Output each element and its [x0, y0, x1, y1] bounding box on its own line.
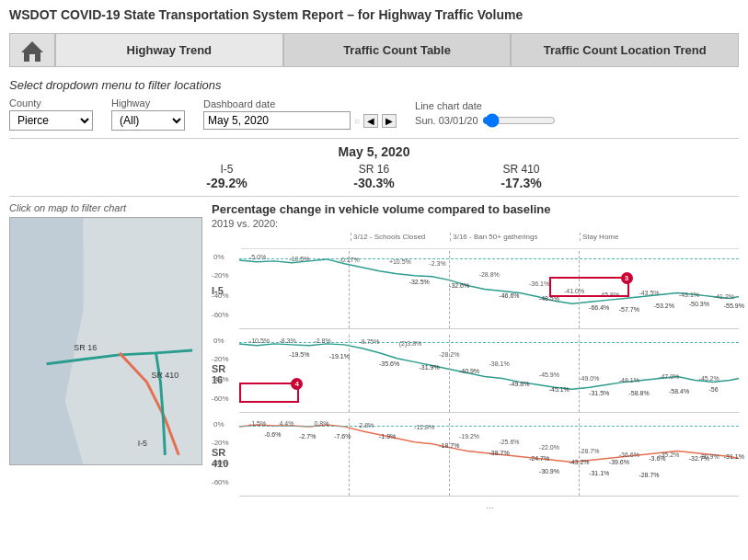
highway-label: Highway	[111, 97, 185, 109]
chart-subtitle: 2019 vs. 2020:	[212, 218, 739, 229]
line-chart-date-value: Sun. 03/01/20	[415, 115, 478, 126]
map-section: Click on map to filter chart	[0, 202, 212, 510]
filter-section: Select dropdown menu to filter locations…	[0, 74, 748, 136]
sr410-r5: -18.7%	[439, 442, 459, 449]
sr410-r4: -1.9%	[379, 433, 396, 440]
sr16-label-4: -8.75%	[359, 338, 379, 345]
sr16-label-5: (2)3.8%	[399, 340, 422, 347]
sr410-r2: -2.7%	[299, 433, 316, 440]
highlight-box-4: 4	[239, 383, 299, 403]
y-label-20-i5: -20%	[212, 271, 229, 280]
sr16-r7: -45.1%	[549, 386, 570, 393]
i5-label-2: -10.5%	[289, 256, 309, 262]
dashboard-date-input[interactable]	[203, 111, 351, 130]
chart-more-indicator: ...	[241, 500, 739, 510]
y-label-0-i5: 0%	[213, 253, 224, 261]
date-next-button[interactable]: ▶	[382, 114, 397, 128]
sr16-r4: -31.9%	[419, 364, 439, 371]
ann-line-3-sr16	[579, 335, 580, 412]
y-label-60-sr410: -60%	[212, 478, 229, 486]
line-chart-date-slider[interactable]	[482, 113, 556, 128]
ann-line-2-sr410	[449, 418, 450, 496]
i5-label-11: -43.1%	[679, 291, 699, 298]
summary-date: May 5, 2020	[9, 144, 739, 159]
sr410-label-4: 2.8%	[359, 422, 374, 429]
sr16-label-7: -38.1%	[489, 360, 510, 367]
map-container[interactable]: SR 16 SR 410 I-5	[9, 217, 202, 465]
svg-marker-0	[21, 41, 43, 62]
dashboard-date-filter: Dashboard date ○ ◀ ▶	[203, 98, 397, 130]
chart-title: Percentage change in vehicle volume comp…	[212, 202, 739, 216]
annotation-ban: 3/16 - Ban 50+ gatherings	[450, 233, 537, 241]
ann-line-2-sr16	[449, 335, 450, 412]
ann-line-1-sr16	[349, 335, 350, 412]
divider-1	[9, 138, 739, 139]
y-label-0-sr410: 0%	[213, 420, 224, 429]
sr16-r9: -58.8%	[629, 390, 650, 396]
sr16-label-11: -47.0%	[659, 373, 679, 380]
summary-col-sr16: SR 16 -30.3%	[301, 163, 448, 190]
summary-pct-i5: -29.2%	[154, 176, 301, 190]
i5-label-r7: -53.2%	[654, 303, 674, 309]
dashboard-date-label: Dashboard date	[203, 98, 397, 109]
sr410-r10: -3.6%	[649, 455, 665, 462]
i5-label-r2: -32.6%	[449, 282, 469, 289]
sr410-label-3: 0.8%	[314, 420, 328, 427]
zero-line-i5	[239, 258, 739, 259]
home-button[interactable]	[9, 33, 55, 67]
sr16-r5: -40.9%	[459, 368, 479, 374]
sr410-label-7: -25.6%	[499, 439, 519, 445]
ann-line-2-i5	[449, 251, 450, 328]
sr410-label-6: -19.2%	[459, 433, 479, 440]
chart-sr16: SR 16 0% -20% -40% -60% -10.5% -8.3% -2.…	[212, 335, 739, 413]
line-chart-date-label: Line chart date	[415, 100, 556, 111]
nav-bar: Highway Trend Traffic Count Table Traffi…	[0, 33, 748, 67]
sr410-label-9: -28.7%	[579, 448, 599, 454]
sr410-label-5: -12.8%	[414, 424, 434, 430]
chart-sr410: SR 410 0% -20% -40% -60% -1.5% 4.4% 0.8%…	[212, 418, 739, 497]
i5-label-7: -36.1%	[529, 280, 549, 287]
county-select[interactable]: Pierce King Snohomish	[9, 110, 93, 131]
highway-select[interactable]: (All) I-5 SR 16 SR 410	[111, 110, 185, 131]
i5-label-r3: -46.6%	[499, 292, 519, 299]
ann-line-3-sr410	[579, 418, 580, 496]
sr16-r1: -19.5%	[289, 351, 309, 358]
i5-label-r5: -66.4%	[589, 304, 609, 311]
svg-marker-4	[64, 218, 201, 463]
map-label: Click on map to filter chart	[9, 202, 202, 213]
sr16-r2: -19.1%	[329, 353, 350, 360]
chart-inner-sr16: 0% -20% -40% -60% -10.5% -8.3% -2.8% -8.…	[239, 335, 739, 413]
sr16-r3: -35.6%	[379, 360, 399, 367]
line-chart-date-filter: Line chart date Sun. 03/01/20	[415, 100, 556, 128]
sr16-r6: -49.8%	[509, 381, 529, 387]
date-prev-button[interactable]: ◀	[363, 114, 378, 128]
sr410-label-10: -36.6%	[619, 451, 639, 458]
sr410-bottom-3: -28.7%	[639, 472, 659, 478]
sr16-label-8: -45.9%	[539, 371, 559, 378]
i5-label-1: -5.0%	[249, 254, 266, 260]
y-label-0-sr16: 0%	[213, 337, 224, 345]
summary-col-sr410: SR 410 -17.3%	[448, 163, 595, 190]
summary-section: May 5, 2020 I-5 -29.2% SR 16 -30.3% SR 4…	[0, 141, 748, 194]
sr410-label-8: -22.0%	[539, 444, 559, 451]
sr410-bottom-1: -30.9%	[539, 468, 559, 474]
sr16-r8: -31.5%	[589, 390, 609, 396]
tab-traffic-count-location-trend[interactable]: Traffic Count Location Trend	[511, 33, 739, 67]
svg-text:I-5: I-5	[138, 439, 147, 448]
tab-highway-trend[interactable]: Highway Trend	[55, 33, 283, 67]
filter-title: Select dropdown menu to filter locations	[9, 78, 739, 92]
main-content: Click on map to filter chart	[0, 199, 748, 514]
annotation-schools: 3/12 - Schools Closed	[351, 233, 425, 241]
highlight-box-3: 3	[549, 277, 629, 297]
sr16-label-1: -10.5%	[249, 337, 270, 344]
tab-traffic-count-table[interactable]: Traffic Count Table	[283, 33, 512, 67]
svg-text:SR 410: SR 410	[152, 371, 179, 380]
sr410-r8: -43.2%	[569, 459, 589, 465]
y-label-20-sr16: -20%	[212, 355, 229, 363]
summary-row: I-5 -29.2% SR 16 -30.3% SR 410 -17.3%	[9, 163, 739, 190]
i5-label-4: +10.5%	[389, 258, 411, 265]
sr410-r11: -32.7%	[689, 455, 709, 462]
sr16-label-3: -2.8%	[314, 337, 330, 344]
svg-text:SR 16: SR 16	[74, 343, 97, 352]
chart-section: Percentage change in vehicle volume comp…	[212, 202, 748, 510]
